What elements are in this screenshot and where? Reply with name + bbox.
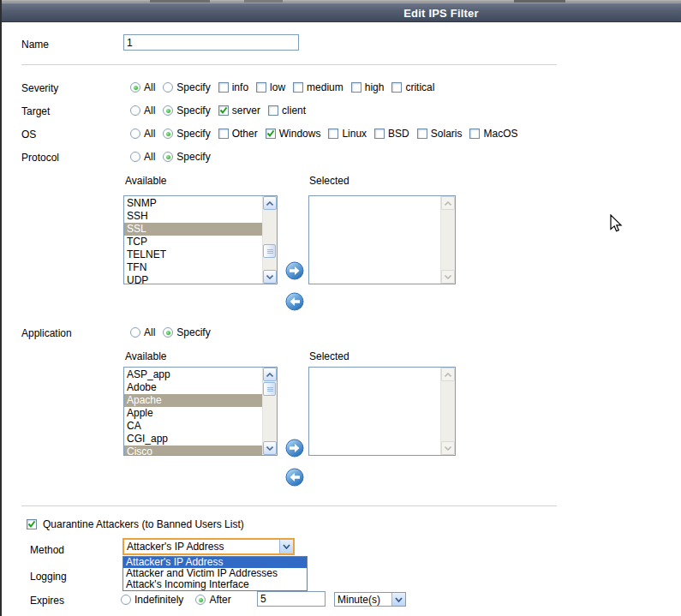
move-right-button[interactable] — [285, 261, 304, 280]
quarantine-row: Quarantine Attackers (to Banned Users Li… — [27, 517, 252, 531]
quarantine-checkbox[interactable]: Quarantine Attackers (to Banned Users Li… — [27, 518, 244, 530]
list-item[interactable]: TFN — [124, 261, 262, 274]
checkbox-icon[interactable] — [391, 82, 402, 93]
application-radio-specify[interactable]: Specify — [163, 326, 210, 338]
list-item[interactable]: CA — [124, 420, 262, 433]
list-item[interactable]: ASP_app — [124, 368, 262, 381]
radio-icon[interactable] — [195, 595, 206, 605]
target-radio-all[interactable]: All — [130, 105, 155, 117]
expires-label: Expires — [30, 595, 64, 607]
scroll-down-icon — [441, 441, 455, 455]
os-check-windows[interactable]: Windows — [266, 128, 321, 140]
chevron-down-icon[interactable] — [391, 593, 405, 606]
application-radio-all[interactable]: All — [130, 326, 155, 338]
target-options: All Specify server client — [130, 104, 314, 117]
os-check-other[interactable]: Other — [218, 128, 258, 140]
move-right-button[interactable] — [285, 439, 304, 458]
radio-icon[interactable] — [163, 105, 173, 116]
os-check-solaris[interactable]: Solaris — [417, 128, 463, 140]
scroll-thumb[interactable] — [263, 382, 276, 396]
move-left-button[interactable] — [285, 468, 304, 487]
list-item[interactable]: SSH — [124, 210, 262, 223]
radio-icon[interactable] — [163, 82, 173, 93]
radio-icon[interactable] — [163, 327, 173, 338]
scroll-down-icon[interactable] — [263, 270, 277, 284]
os-radio-specify[interactable]: Specify — [163, 128, 210, 140]
dropdown-option[interactable]: Attacker and Victim IP Addresses — [123, 568, 307, 579]
separator — [21, 64, 557, 65]
expires-radio-after[interactable]: After — [195, 594, 230, 606]
expires-value-input[interactable] — [257, 591, 326, 607]
list-item-selected[interactable]: SSL — [124, 223, 262, 236]
list-item-selected[interactable]: Apache — [124, 394, 262, 407]
checkbox-icon[interactable] — [268, 105, 278, 116]
protocol-radio-specify[interactable]: Specify — [163, 151, 210, 163]
os-check-linux[interactable]: Linux — [328, 128, 367, 140]
radio-icon[interactable] — [130, 105, 140, 116]
checkbox-icon[interactable] — [374, 129, 385, 139]
radio-icon[interactable] — [163, 129, 173, 139]
radio-icon[interactable] — [130, 82, 140, 93]
radio-icon[interactable] — [130, 152, 140, 162]
checkbox-icon[interactable] — [218, 129, 229, 139]
severity-check-info[interactable]: info — [218, 81, 248, 93]
os-radio-all[interactable]: All — [130, 128, 155, 140]
severity-radio-all[interactable]: All — [130, 81, 155, 93]
scroll-up-icon — [441, 196, 455, 210]
checkbox-icon[interactable] — [256, 82, 266, 93]
radio-icon[interactable] — [130, 129, 140, 139]
protocol-radio-all[interactable]: All — [130, 151, 155, 163]
target-check-client[interactable]: client — [268, 105, 306, 117]
severity-check-critical[interactable]: critical — [391, 81, 434, 93]
name-input[interactable] — [123, 34, 299, 51]
scroll-up-icon[interactable] — [263, 196, 277, 210]
chevron-down-icon[interactable] — [279, 540, 293, 553]
move-left-button[interactable] — [285, 292, 304, 311]
radio-icon[interactable] — [130, 327, 140, 338]
list-item[interactable]: TCP — [124, 236, 262, 248]
scrollbar[interactable] — [262, 196, 277, 284]
checkbox-icon[interactable] — [218, 105, 229, 116]
list-item-selected[interactable]: Cisco — [124, 446, 262, 455]
method-select[interactable]: Attacker's IP Address — [122, 538, 295, 555]
os-check-macos[interactable]: MacOS — [469, 128, 517, 140]
protocol-available-list[interactable]: SNMP SSH SSL TCP TELNET TFN UDP — [123, 195, 278, 284]
dropdown-option[interactable]: Attack's Incoming Interface — [123, 579, 307, 590]
list-item[interactable]: Adobe — [124, 381, 262, 394]
os-check-bsd[interactable]: BSD — [374, 128, 409, 140]
checkbox-icon[interactable] — [27, 519, 37, 529]
protocol-selected-list[interactable] — [308, 195, 456, 284]
checkbox-icon[interactable] — [266, 129, 276, 139]
list-item[interactable]: TELNET — [124, 248, 262, 261]
checkbox-icon[interactable] — [417, 129, 427, 139]
target-check-server[interactable]: server — [218, 105, 260, 117]
scrollbar[interactable] — [262, 368, 277, 455]
list-item[interactable]: UDP — [124, 274, 262, 284]
radio-icon[interactable] — [121, 595, 131, 605]
expires-radio-indefinitely[interactable]: Indefinitely — [121, 594, 183, 606]
checkbox-icon[interactable] — [328, 129, 338, 139]
scroll-down-icon[interactable] — [263, 441, 277, 455]
checkbox-icon[interactable] — [218, 82, 229, 93]
list-item[interactable]: CGI_app — [124, 433, 262, 446]
scroll-thumb[interactable] — [263, 244, 276, 258]
severity-radio-specify[interactable]: Specify — [163, 81, 210, 93]
severity-check-medium[interactable]: medium — [293, 81, 343, 93]
application-available-list[interactable]: ASP_app Adobe Apache Apple CA CGI_app Ci… — [123, 367, 278, 456]
severity-check-low[interactable]: low — [256, 81, 285, 93]
application-selected-list[interactable] — [308, 367, 456, 456]
severity-check-high[interactable]: high — [351, 81, 385, 93]
checkbox-icon[interactable] — [293, 82, 303, 93]
radio-icon[interactable] — [163, 152, 173, 162]
checkbox-icon[interactable] — [469, 129, 480, 139]
expires-unit-select[interactable]: Minute(s) — [334, 592, 406, 607]
target-radio-specify[interactable]: Specify — [163, 105, 210, 117]
list-item[interactable]: SNMP — [124, 197, 262, 210]
dropdown-option[interactable]: Attacker's IP Address — [123, 557, 307, 568]
os-options: All Specify Other Windows Linux BSD Sola… — [130, 127, 525, 141]
scroll-up-icon[interactable] — [263, 368, 277, 381]
os-label: OS — [21, 129, 36, 141]
list-item[interactable]: Apple — [124, 407, 262, 420]
target-label: Target — [21, 105, 50, 117]
checkbox-icon[interactable] — [351, 82, 361, 93]
